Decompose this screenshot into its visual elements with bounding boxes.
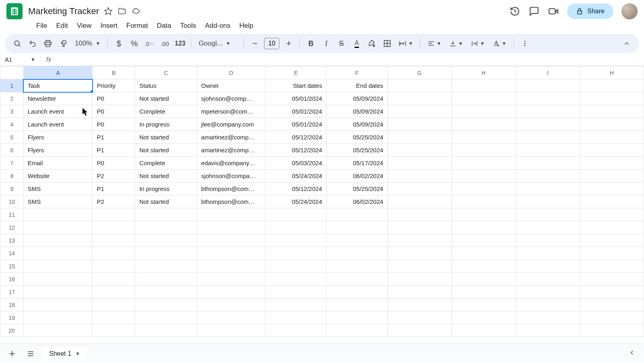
cell-D18[interactable] <box>197 299 265 311</box>
sheets-logo[interactable] <box>6 3 23 19</box>
row-header-5[interactable]: 5 <box>0 131 24 144</box>
cell-B3[interactable]: P0 <box>93 105 135 118</box>
cell-B11[interactable] <box>93 208 135 221</box>
cell-H11[interactable] <box>452 208 516 221</box>
cell-E13[interactable] <box>265 234 326 247</box>
row-header-8[interactable]: 8 <box>0 170 24 183</box>
row-header-6[interactable]: 6 <box>0 144 24 157</box>
row-header-13[interactable]: 13 <box>0 234 24 247</box>
cloud-saved-icon[interactable] <box>131 7 140 16</box>
cell-D10[interactable]: bthompson@com… <box>197 195 265 208</box>
cell-H4[interactable] <box>580 118 644 131</box>
percent-icon[interactable]: % <box>127 37 141 50</box>
borders-icon[interactable] <box>380 37 394 50</box>
cell-A18[interactable] <box>23 299 93 311</box>
cell-B17[interactable] <box>93 286 135 299</box>
row-header-16[interactable]: 16 <box>0 273 24 286</box>
row-header-10[interactable]: 10 <box>0 195 24 208</box>
cell-A15[interactable] <box>23 260 93 273</box>
cell-E11[interactable] <box>265 208 326 221</box>
cell-B2[interactable]: P0 <box>93 92 135 105</box>
cell-D16[interactable] <box>197 273 265 286</box>
cell-D7[interactable]: edavis@company… <box>197 157 265 170</box>
cell-I4[interactable] <box>516 118 580 131</box>
cell-B16[interactable] <box>93 273 135 286</box>
col-header-E[interactable]: E <box>265 66 326 79</box>
cell-C8[interactable]: Not started <box>135 170 197 183</box>
h-align-icon[interactable]: ▼ <box>424 37 444 50</box>
v-align-icon[interactable]: ▼ <box>446 37 466 50</box>
cell-B12[interactable] <box>93 221 135 234</box>
cell-G8[interactable] <box>388 170 452 183</box>
cell-H10[interactable] <box>580 195 644 208</box>
cell-C10[interactable]: Not started <box>135 195 197 208</box>
col-header-I[interactable]: I <box>516 66 580 79</box>
cell-H1[interactable] <box>580 79 644 92</box>
cell-H6[interactable] <box>452 144 516 157</box>
cell-A2[interactable]: Newsletter <box>23 92 93 105</box>
cell-I16[interactable] <box>516 273 580 286</box>
cell-I13[interactable] <box>516 234 580 247</box>
cell-B1[interactable]: Priority <box>93 79 135 92</box>
cell-F18[interactable] <box>326 299 388 311</box>
cell-H16[interactable] <box>452 273 516 286</box>
cell-D12[interactable] <box>197 221 265 234</box>
cell-B8[interactable]: P2 <box>93 170 135 183</box>
cell-H8[interactable] <box>452 170 516 183</box>
star-icon[interactable] <box>104 7 113 16</box>
cell-B15[interactable] <box>93 260 135 273</box>
cell-H12[interactable] <box>452 221 516 234</box>
cell-G1[interactable] <box>388 79 452 92</box>
cell-I15[interactable] <box>516 260 580 273</box>
cell-G10[interactable] <box>388 195 452 208</box>
row-header-17[interactable]: 17 <box>0 286 24 299</box>
cell-F3[interactable]: 05/09/2024 <box>326 105 388 118</box>
cell-E10[interactable]: 05/24/2024 <box>265 195 326 208</box>
cell-E3[interactable]: 05/01/2024 <box>265 105 326 118</box>
cell-I7[interactable] <box>516 157 580 170</box>
cell-I9[interactable] <box>516 183 580 195</box>
add-sheet-button[interactable]: + <box>5 346 19 361</box>
cell-C7[interactable]: Complete <box>135 157 197 170</box>
cell-H19[interactable] <box>580 311 644 324</box>
cell-F15[interactable] <box>326 260 388 273</box>
cell-H4[interactable] <box>452 118 516 131</box>
cell-E17[interactable] <box>265 286 326 299</box>
cell-C15[interactable] <box>135 260 197 273</box>
col-header-B[interactable]: B <box>93 66 135 79</box>
cell-B9[interactable]: P1 <box>93 183 135 195</box>
cell-E16[interactable] <box>265 273 326 286</box>
cell-G6[interactable] <box>388 144 452 157</box>
merge-cells-icon[interactable]: ▼ <box>396 37 416 50</box>
cell-A7[interactable]: Email <box>23 157 93 170</box>
cell-E9[interactable]: 05/12/2024 <box>265 183 326 195</box>
font-size-increase[interactable]: + <box>282 37 295 50</box>
cell-B4[interactable]: P0 <box>93 118 135 131</box>
meet-icon[interactable] <box>548 6 559 17</box>
comments-icon[interactable] <box>528 6 540 17</box>
cell-G3[interactable] <box>388 105 452 118</box>
cell-D5[interactable]: amartinez@comp… <box>197 131 265 144</box>
menu-tools[interactable]: Tools <box>176 20 200 31</box>
cell-A13[interactable] <box>23 234 93 247</box>
name-box[interactable]: A1▼ <box>0 56 40 63</box>
cell-H5[interactable] <box>580 131 644 144</box>
cell-H17[interactable] <box>452 286 516 299</box>
print-icon[interactable] <box>41 37 55 50</box>
cell-F17[interactable] <box>326 286 388 299</box>
cell-C2[interactable]: Not started <box>135 92 197 105</box>
cell-D6[interactable]: amartinez@comp… <box>197 144 265 157</box>
cell-F2[interactable]: 05/09/2024 <box>326 92 388 105</box>
cell-D20[interactable] <box>197 324 265 337</box>
cell-D4[interactable]: jlee@company.com <box>197 118 265 131</box>
cell-G16[interactable] <box>388 273 452 286</box>
cell-A3[interactable]: Launch event <box>23 105 93 118</box>
cell-E19[interactable] <box>265 311 326 324</box>
cell-H20[interactable] <box>580 324 644 337</box>
menu-addons[interactable]: Add-ons <box>201 20 234 31</box>
cell-A5[interactable]: Flyers <box>23 131 93 144</box>
col-header-G[interactable]: G <box>388 66 452 79</box>
cell-H2[interactable] <box>452 92 516 105</box>
cell-F11[interactable] <box>326 208 388 221</box>
cell-C9[interactable]: In progress <box>135 183 197 195</box>
